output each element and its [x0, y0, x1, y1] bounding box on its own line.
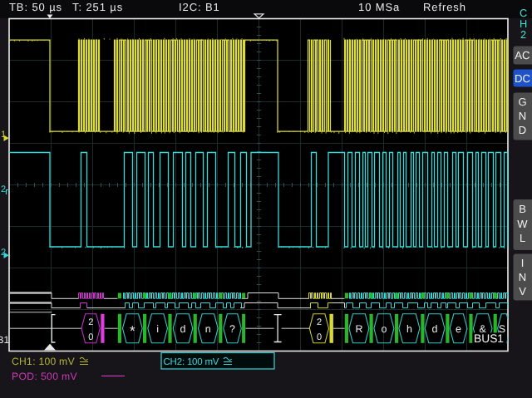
svg-text:CH1: 100 mV: CH1: 100 mV	[12, 356, 76, 367]
svg-text:d: d	[432, 323, 438, 335]
svg-text:2: 2	[1, 184, 6, 194]
svg-text:TB: 50 µs: TB: 50 µs	[9, 1, 62, 13]
svg-text:I: I	[521, 257, 525, 269]
svg-text:h: h	[406, 323, 412, 335]
svg-text:d: d	[180, 323, 186, 335]
svg-text:D: D	[519, 124, 526, 136]
svg-text:i: i	[156, 323, 159, 335]
svg-text:Refresh: Refresh	[423, 1, 466, 13]
svg-text:L: L	[520, 232, 525, 244]
svg-text:DC: DC	[515, 72, 531, 85]
svg-text:V: V	[519, 285, 526, 297]
svg-text:0: 0	[317, 332, 322, 342]
svg-text:10 MSa: 10 MSa	[358, 1, 400, 13]
svg-text:o: o	[381, 323, 387, 335]
svg-text:B: B	[519, 203, 526, 215]
svg-text:T: 251 µs: T: 251 µs	[72, 1, 123, 13]
svg-text:POD: 500 mV: POD: 500 mV	[12, 371, 78, 382]
svg-text:I2C: B1: I2C: B1	[179, 1, 220, 13]
svg-text:R: R	[355, 323, 362, 335]
svg-text:CH2: 100 mV: CH2: 100 mV	[164, 357, 219, 367]
svg-text:2: 2	[88, 317, 93, 327]
svg-text:B1: B1	[0, 334, 10, 346]
svg-text:0: 0	[88, 332, 93, 342]
svg-text:BUS1: BUS1	[474, 332, 504, 345]
svg-text:n: n	[205, 323, 211, 335]
svg-text:2: 2	[520, 28, 526, 41]
svg-text:e: e	[456, 323, 461, 335]
svg-text:G: G	[518, 96, 526, 108]
svg-text:2: 2	[317, 317, 322, 327]
svg-text:?: ?	[229, 323, 235, 335]
svg-text:N: N	[519, 110, 526, 122]
svg-text:*: *	[130, 323, 135, 339]
svg-text:W: W	[517, 218, 528, 230]
svg-text:N: N	[519, 271, 526, 283]
svg-text:AC: AC	[515, 49, 530, 61]
